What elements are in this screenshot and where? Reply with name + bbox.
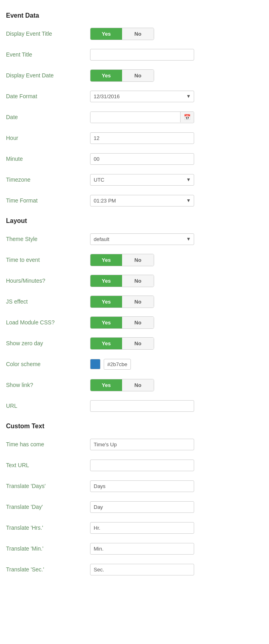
hour-row: Hour bbox=[6, 131, 263, 145]
show-link-label: Show link? bbox=[6, 382, 90, 388]
hour-input[interactable] bbox=[90, 132, 194, 144]
display-event-title-label: Display Event Title bbox=[6, 30, 90, 37]
display-event-date-toggle: Yes No bbox=[90, 69, 154, 82]
display-event-date-yes[interactable]: Yes bbox=[90, 70, 122, 81]
show-zero-day-control: Yes No bbox=[90, 337, 263, 350]
js-effect-yes[interactable]: Yes bbox=[90, 296, 122, 308]
url-row: URL bbox=[6, 399, 263, 413]
translate-sec-input[interactable] bbox=[90, 564, 194, 575]
calendar-icon[interactable]: 📅 bbox=[180, 112, 194, 122]
layout-section: Layout Theme Style default dark light ▼ … bbox=[6, 217, 263, 413]
minute-row: Minute bbox=[6, 152, 263, 166]
time-has-come-label: Time has come bbox=[6, 441, 90, 448]
translate-days-row: Translate 'Days' bbox=[6, 479, 263, 493]
text-url-label: Text URL bbox=[6, 462, 90, 468]
display-event-title-yes[interactable]: Yes bbox=[90, 28, 122, 40]
display-event-date-no[interactable]: No bbox=[122, 70, 154, 81]
color-swatch[interactable] bbox=[90, 359, 100, 369]
time-has-come-control bbox=[90, 439, 263, 450]
hours-minutes-no[interactable]: No bbox=[122, 275, 154, 287]
date-label: Date bbox=[6, 114, 90, 120]
custom-text-title: Custom Text bbox=[6, 423, 263, 430]
time-to-event-yes[interactable]: Yes bbox=[90, 254, 122, 266]
hour-control bbox=[90, 132, 263, 144]
color-value: #2b7cbe bbox=[104, 359, 131, 370]
time-to-event-row: Time to event Yes No bbox=[6, 253, 263, 267]
display-event-title-toggle: Yes No bbox=[90, 28, 154, 40]
layout-title: Layout bbox=[6, 217, 263, 225]
minute-label: Minute bbox=[6, 156, 90, 162]
event-title-row: Event Title bbox=[6, 47, 263, 62]
translate-min-input[interactable] bbox=[90, 543, 194, 555]
hours-minutes-yes[interactable]: Yes bbox=[90, 275, 122, 287]
js-effect-toggle: Yes No bbox=[90, 296, 154, 308]
js-effect-control: Yes No bbox=[90, 296, 263, 308]
translate-days-input[interactable] bbox=[90, 480, 194, 492]
color-scheme-wrap: #2b7cbe bbox=[90, 359, 263, 370]
load-module-css-toggle: Yes No bbox=[90, 316, 154, 329]
hours-minutes-toggle: Yes No bbox=[90, 275, 154, 287]
timezone-select[interactable]: UTC EST PST CST bbox=[90, 174, 194, 186]
show-link-toggle: Yes No bbox=[90, 379, 154, 391]
event-title-input[interactable] bbox=[90, 49, 194, 61]
js-effect-no[interactable]: No bbox=[122, 296, 154, 308]
event-title-control bbox=[90, 49, 263, 61]
time-format-select-wrap: 01:23 PM 13:23 ▼ bbox=[90, 195, 194, 207]
time-format-select[interactable]: 01:23 PM 13:23 bbox=[90, 195, 194, 207]
theme-style-select[interactable]: default dark light bbox=[90, 233, 194, 245]
translate-day-row: Translate 'Day' bbox=[6, 500, 263, 514]
event-title-label: Event Title bbox=[6, 51, 90, 58]
translate-min-label: Translate 'Min.' bbox=[6, 545, 90, 552]
translate-day-label: Translate 'Day' bbox=[6, 504, 90, 510]
time-has-come-row: Time has come bbox=[6, 437, 263, 452]
translate-day-input[interactable] bbox=[90, 501, 194, 513]
hours-minutes-control: Yes No bbox=[90, 275, 263, 287]
time-to-event-control: Yes No bbox=[90, 254, 263, 266]
date-row: Date 📅 bbox=[6, 110, 263, 124]
url-label: URL bbox=[6, 403, 90, 409]
url-control bbox=[90, 400, 263, 412]
show-zero-day-no[interactable]: No bbox=[122, 338, 154, 349]
timezone-label: Timezone bbox=[6, 176, 90, 183]
show-link-yes[interactable]: Yes bbox=[90, 379, 122, 391]
show-zero-day-toggle: Yes No bbox=[90, 337, 154, 350]
load-module-css-no[interactable]: No bbox=[122, 317, 154, 328]
theme-style-label: Theme Style bbox=[6, 236, 90, 242]
time-to-event-no[interactable]: No bbox=[122, 254, 154, 266]
show-link-row: Show link? Yes No bbox=[6, 378, 263, 392]
display-event-date-label: Display Event Date bbox=[6, 72, 90, 79]
translate-day-control bbox=[90, 501, 263, 513]
date-input-wrap: 📅 bbox=[90, 111, 194, 123]
event-data-section: Event Data Display Event Title Yes No Ev… bbox=[6, 12, 263, 208]
minute-control bbox=[90, 153, 263, 165]
translate-sec-label: Translate 'Sec.' bbox=[6, 566, 90, 573]
text-url-control bbox=[90, 460, 263, 471]
display-event-date-row: Display Event Date Yes No bbox=[6, 68, 263, 83]
translate-hrs-input[interactable] bbox=[90, 522, 194, 534]
minute-input[interactable] bbox=[90, 153, 194, 165]
color-scheme-label: Color scheme bbox=[6, 361, 90, 367]
theme-style-control: default dark light ▼ bbox=[90, 233, 263, 245]
translate-min-row: Translate 'Min.' bbox=[6, 541, 263, 556]
timezone-select-wrap: UTC EST PST CST ▼ bbox=[90, 174, 194, 186]
time-has-come-input[interactable] bbox=[90, 439, 194, 450]
date-format-row: Date Format 12/31/2016 31/12/2016 2016/1… bbox=[6, 89, 263, 103]
load-module-css-yes[interactable]: Yes bbox=[90, 317, 122, 328]
event-data-title: Event Data bbox=[6, 12, 263, 19]
show-link-no[interactable]: No bbox=[122, 379, 154, 391]
date-input[interactable] bbox=[90, 112, 180, 123]
load-module-css-row: Load Module CSS? Yes No bbox=[6, 315, 263, 330]
date-format-select-wrap: 12/31/2016 31/12/2016 2016/12/31 ▼ bbox=[90, 91, 194, 102]
url-input[interactable] bbox=[90, 400, 194, 412]
show-zero-day-yes[interactable]: Yes bbox=[90, 338, 122, 349]
translate-hrs-control bbox=[90, 522, 263, 534]
display-event-title-no[interactable]: No bbox=[122, 28, 154, 40]
load-module-css-label: Load Module CSS? bbox=[6, 319, 90, 326]
js-effect-label: JS effect bbox=[6, 298, 90, 305]
js-effect-row: JS effect Yes No bbox=[6, 294, 263, 309]
translate-days-control bbox=[90, 480, 263, 492]
hours-minutes-label: Hours/Minutes? bbox=[6, 277, 90, 284]
text-url-input[interactable] bbox=[90, 460, 194, 471]
date-format-select[interactable]: 12/31/2016 31/12/2016 2016/12/31 bbox=[90, 91, 194, 102]
translate-sec-row: Translate 'Sec.' bbox=[6, 562, 263, 577]
